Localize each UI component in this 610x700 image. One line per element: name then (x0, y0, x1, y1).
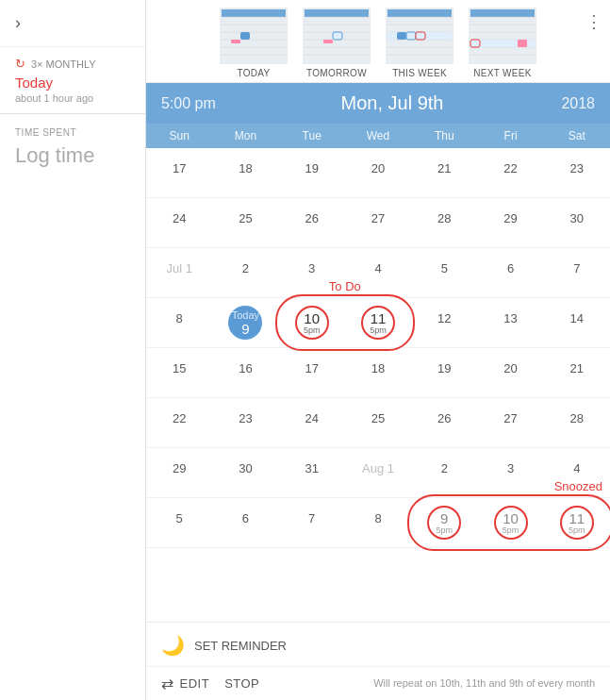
cal-cell[interactable]: 29 (146, 448, 212, 497)
repeat-label: 3× MONTHLY (31, 58, 96, 70)
cal-cell[interactable]: 18 (345, 348, 411, 397)
cal-cell[interactable]: 19 (279, 148, 345, 197)
svg-rect-8 (240, 32, 250, 40)
cal-cell[interactable]: 17 (279, 348, 345, 397)
cal-cell[interactable]: 7 (279, 498, 345, 547)
cal-cell[interactable]: 18 (212, 148, 278, 197)
day-number: 27 (503, 406, 517, 425)
cal-cell[interactable]: 4 (345, 248, 411, 297)
cal-cell[interactable]: 16 (212, 348, 278, 397)
mini-cal-thisweek[interactable]: THIS WEEK (386, 8, 453, 78)
cal-cell[interactable]: 3 (477, 448, 543, 497)
cal-cell[interactable]: 7 (544, 248, 610, 297)
cal-cell[interactable]: 105pm (477, 498, 543, 547)
day-number: 28 (570, 406, 584, 425)
cal-cell[interactable]: 2 (212, 248, 278, 297)
cal-cell[interactable]: 29 (477, 198, 543, 247)
cal-cell[interactable]: 21 (411, 148, 477, 197)
cal-cell[interactable]: 21 (544, 348, 610, 397)
weekday-fri: Fri (477, 129, 543, 142)
cal-cell[interactable]: 22 (477, 148, 543, 197)
cal-cell[interactable]: 23 (544, 148, 610, 197)
mini-cal-group: TODAY (220, 8, 536, 78)
cal-cell[interactable]: 6 (477, 248, 543, 297)
cal-cell[interactable]: 27 (477, 398, 543, 447)
cal-cell[interactable]: 24 (279, 398, 345, 447)
cal-cell[interactable]: 5 (146, 498, 212, 547)
cal-cell[interactable]: Jul 1 (146, 248, 212, 297)
cal-cell[interactable]: Today9 (212, 298, 278, 347)
cal-week-2: Jul 1234567 (146, 248, 610, 298)
repeat-description: Will repeat on 10th, 11th and 9th of eve… (274, 676, 595, 691)
cal-cell[interactable]: 4 (544, 448, 610, 497)
svg-rect-33 (470, 9, 535, 17)
cal-cell[interactable]: 20 (477, 348, 543, 397)
day-number: 22 (503, 156, 517, 175)
svg-rect-18 (333, 32, 342, 40)
cal-cell[interactable]: 8 (146, 298, 212, 347)
day-number: 25 (239, 206, 252, 225)
set-reminder-button[interactable]: 🌙 SET REMINDER (146, 623, 610, 667)
svg-rect-29 (397, 32, 406, 40)
cal-cell[interactable]: 19 (411, 348, 477, 397)
cal-cell[interactable]: 17 (146, 148, 212, 197)
more-options-icon[interactable]: ⋮ (585, 11, 602, 32)
cal-cell[interactable]: 3 (279, 248, 345, 297)
cal-cell[interactable]: 28 (544, 398, 610, 447)
cal-cell[interactable]: 24 (146, 198, 212, 247)
cal-cell[interactable]: 12 (411, 298, 477, 347)
cal-cell[interactable]: 2 (411, 448, 477, 497)
mini-cal-tomorrow[interactable]: TOMORROW (303, 8, 371, 78)
cal-cell[interactable]: 20 (345, 148, 411, 197)
snoozed-circle: 115pm (560, 506, 594, 540)
cal-cell[interactable]: 23 (212, 398, 278, 447)
cal-cell[interactable]: 25 (345, 398, 411, 447)
cal-cell[interactable]: 27 (345, 198, 411, 247)
cal-year: 2018 (548, 95, 595, 112)
cal-cell[interactable]: 5 (411, 248, 477, 297)
cal-cell[interactable]: 22 (146, 398, 212, 447)
mini-cal-thumb-thisweek (386, 8, 453, 64)
edit-button[interactable]: ⇄ EDIT (161, 675, 209, 692)
cal-cell[interactable]: 8 (345, 498, 411, 547)
cal-cell[interactable]: 115pm (345, 298, 411, 347)
cal-cell[interactable]: 6 (212, 498, 278, 547)
day-number: 26 (437, 406, 451, 425)
cal-cell[interactable]: 25 (212, 198, 278, 247)
cal-cell[interactable]: 95pm (411, 498, 477, 547)
day-number: 2 (441, 456, 448, 475)
stop-label: STOP (224, 676, 259, 691)
svg-rect-11 (305, 9, 369, 17)
day-number: 23 (239, 406, 252, 425)
sidebar-toggle[interactable]: › (0, 0, 145, 46)
day-number: 12 (437, 306, 451, 325)
cal-cell[interactable]: Aug 1 (345, 448, 411, 497)
cal-cell[interactable]: 30 (544, 198, 610, 247)
cal-week-0: 17181920212223 (146, 148, 610, 198)
cal-cell[interactable]: 13 (477, 298, 543, 347)
cal-cell[interactable]: 30 (212, 448, 278, 497)
cal-cell[interactable]: 26 (279, 198, 345, 247)
day-number: 24 (173, 206, 186, 225)
cal-cell[interactable]: 28 (411, 198, 477, 247)
day-number: 29 (173, 456, 186, 475)
mini-cal-nextweek[interactable]: NEXT WEEK (469, 8, 536, 78)
cal-cell[interactable]: 14 (544, 298, 610, 347)
mini-calendars-row: TODAY (146, 0, 610, 83)
weekday-tue: Tue (279, 129, 345, 142)
cal-week-5: 22232425262728 (146, 398, 610, 448)
cal-cell[interactable]: 105pm (279, 298, 345, 347)
task-time: about 1 hour ago (15, 92, 130, 104)
day-number: 18 (371, 356, 385, 375)
stop-button[interactable]: STOP (224, 676, 259, 691)
cal-cell[interactable]: 115pm (544, 498, 610, 547)
day-number: 17 (173, 156, 186, 175)
log-time-button[interactable]: Log time (15, 143, 130, 168)
cal-cell[interactable]: 31 (279, 448, 345, 497)
cal-cell[interactable]: 26 (411, 398, 477, 447)
day-number: 4 (374, 256, 381, 275)
svg-rect-30 (406, 32, 416, 40)
mini-cal-today[interactable]: TODAY (220, 8, 288, 78)
cal-cell[interactable]: 15 (146, 348, 212, 397)
task-item[interactable]: ↻ 3× MONTHLY Today about 1 hour ago (0, 46, 145, 113)
